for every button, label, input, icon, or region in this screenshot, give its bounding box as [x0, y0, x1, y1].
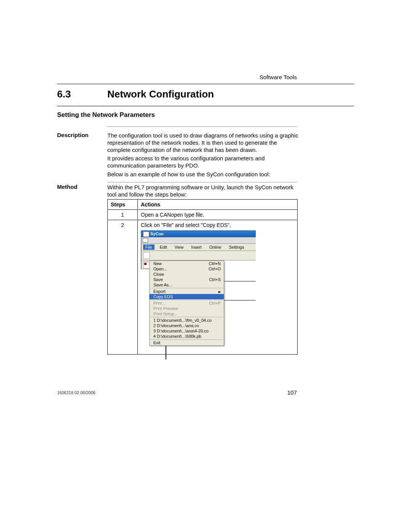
page: Software Tools 6.3 Network Configuration… [0, 0, 411, 532]
menu-item-print[interactable]: Print... Ctrl+P [150, 300, 224, 306]
new-file-icon[interactable] [143, 252, 150, 259]
method-label: Method [57, 184, 103, 190]
divider [57, 84, 354, 84]
menu-item-recent-3[interactable]: 3 D:\document\...\ana\4-20.co [150, 328, 224, 334]
divider [107, 126, 297, 127]
description-label: Description [57, 132, 103, 138]
menu-item-label: Close [153, 272, 164, 276]
header-section: Software Tools [260, 74, 297, 80]
description-p1: The configuration tool is used to draw d… [107, 132, 301, 154]
sycon-window: SyCon File Edit View Insert Online [141, 230, 256, 269]
menu-item-print-setup[interactable]: Print Setup... [150, 311, 224, 316]
description-p3: Below is an example of how to use the Sy… [107, 171, 301, 178]
menu-item-close[interactable]: Close [150, 272, 224, 277]
menu-item-saveas[interactable]: Save As... [150, 282, 224, 288]
menu-item-label: Print... [153, 301, 166, 305]
menu-item-recent-2[interactable]: 2 D:\document\...\ana.co [150, 323, 224, 328]
menu-settings[interactable]: Settings [227, 244, 247, 250]
menu-item-copy-eds[interactable]: Copy EDS [150, 294, 224, 299]
menu-item-open[interactable]: Open... Ctrl+O [150, 266, 224, 272]
sycon-title-bar[interactable]: SyCon [142, 230, 256, 237]
sycon-screenshot: SyCon File Edit View Insert Online [141, 230, 294, 352]
menu-file[interactable]: File [143, 244, 155, 250]
divider [107, 182, 297, 182]
menu-edit[interactable]: Edit [158, 244, 169, 250]
method-p1: Within the PL7 programming software or U… [107, 184, 303, 198]
menu-item-shortcut: Ctrl+P [209, 301, 221, 305]
menu-item-new[interactable]: New Ctrl+N [150, 261, 224, 266]
description-p2: It provides access to the various config… [107, 155, 301, 169]
menu-insert[interactable]: Insert [189, 244, 204, 250]
menu-item-label: 1 D:\document\...\ftm_v0_04.co [153, 318, 212, 323]
step-action: Click on "File" and select "Copy EDS". [141, 222, 294, 228]
menu-item-label: Export [153, 289, 166, 294]
menu-view[interactable]: View [172, 244, 186, 250]
drop-line [166, 344, 166, 359]
menu-item-label: 4 D:\document\...\500k.pb [153, 334, 201, 339]
sycon-title-text: SyCon [150, 232, 164, 236]
menu-item-recent-1[interactable]: 1 D:\document\...\ftm_v0_04.co [150, 318, 224, 323]
submenu-arrow-icon [217, 289, 221, 294]
step-number: 1 [108, 210, 138, 220]
footer-docref: 1606218 02 08/2006 [57, 390, 96, 395]
footer-page-number: 107 [287, 389, 297, 396]
menu-item-label: Save As... [153, 283, 172, 287]
subsection-title: Setting the Network Parameters [57, 111, 155, 119]
menu-item-shortcut: Ctrl+O [209, 267, 221, 271]
sycon-toolbar-1 [142, 251, 256, 260]
section-title: Network Configuration [107, 88, 214, 100]
divider [57, 106, 354, 106]
step-action-cell: Click on "File" and select "Copy EDS". S… [138, 220, 298, 355]
menu-item-label: Print Preview [153, 306, 178, 311]
menu-item-label: Print Setup... [153, 312, 178, 316]
menu-item-label: Open... [153, 267, 167, 271]
menu-item-exit[interactable]: Exit [150, 340, 224, 345]
menu-item-label: Exit [153, 340, 160, 345]
menu-item-shortcut: Ctrl+S [209, 277, 221, 282]
app-icon [143, 232, 149, 237]
menu-item-print-preview[interactable]: Print Preview [150, 306, 224, 311]
menu-item-label: Save [153, 277, 163, 282]
step-number: 2 [108, 220, 138, 355]
table-row: 2 Click on "File" and select "Copy EDS".… [108, 220, 298, 355]
table-row: 1 Open a CANopen type file. [108, 210, 298, 220]
step-action: Open a CANopen type file. [138, 210, 298, 220]
menu-item-shortcut: Ctrl+N [209, 261, 221, 266]
menu-online[interactable]: Online [207, 244, 224, 250]
steps-table: Steps Actions 1 Open a CANopen type file… [107, 199, 298, 355]
menu-item-export[interactable]: Export [150, 289, 224, 294]
doc-icon [143, 238, 148, 243]
menu-item-label: 2 D:\document\...\ana.co [153, 323, 199, 328]
col-steps-header: Steps [108, 200, 138, 210]
sycon-doc-bar [142, 237, 256, 244]
file-menu-dropdown[interactable]: New Ctrl+N Open... Ctrl+O Close [149, 260, 224, 346]
col-actions-header: Actions [138, 200, 298, 210]
menu-item-label: Copy EDS [153, 294, 173, 299]
menu-item-save[interactable]: Save Ctrl+S [150, 277, 224, 282]
menu-item-recent-4[interactable]: 4 D:\document\...\500k.pb [150, 334, 224, 339]
sycon-menubar[interactable]: File Edit View Insert Online Settings [142, 244, 256, 251]
menu-item-label: 3 D:\document\...\ana\4-20.co [153, 329, 209, 333]
menu-item-label: New [153, 261, 162, 266]
section-number: 6.3 [57, 88, 71, 100]
table-header-row: Steps Actions [108, 200, 298, 210]
